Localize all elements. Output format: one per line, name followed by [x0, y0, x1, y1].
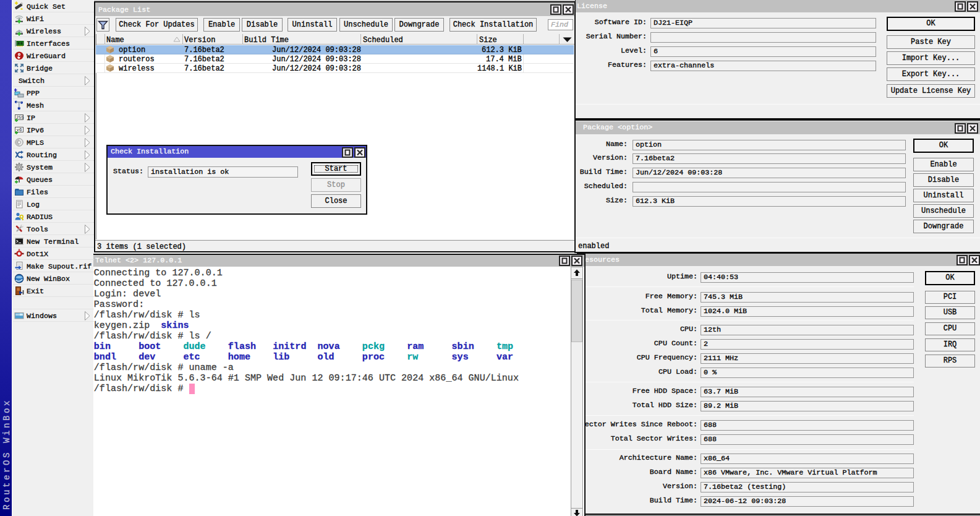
- svg-text:255: 255: [16, 115, 24, 120]
- svg-text:v6: v6: [16, 127, 22, 132]
